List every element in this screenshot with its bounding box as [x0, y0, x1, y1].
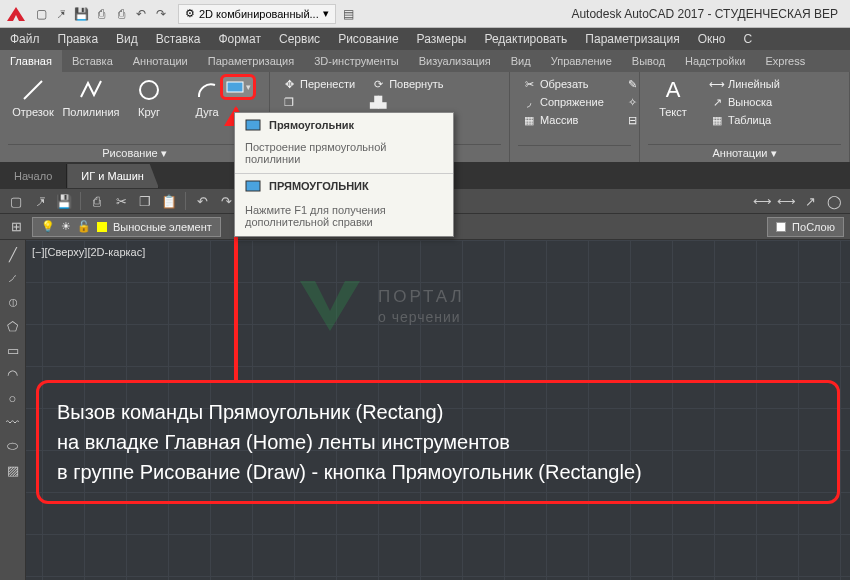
array-icon: ▦ [522, 113, 536, 127]
watermark: ПОРТАЛ о черчении [290, 276, 465, 336]
lt-ellipse-icon[interactable]: ⬭ [3, 436, 23, 456]
layer-props-icon[interactable]: ⊞ [6, 217, 26, 237]
quick-access-toolbar: ▢ ⭷ 💾 ⎙ ⎙ ↶ ↷ [32, 5, 170, 23]
leader-button[interactable]: ↗Выноска [706, 94, 784, 110]
bylayer-dropdown[interactable]: ПоСлою [767, 217, 844, 237]
array-button[interactable]: ▦Массив [518, 112, 608, 128]
layer-dropdown[interactable]: 💡 ☀ 🔓 Выносные элемент [32, 217, 221, 237]
tb-paste-icon[interactable]: 📋 [159, 191, 179, 211]
table-button[interactable]: ▦Таблица [706, 112, 784, 128]
lt-arc-icon[interactable]: ◠ [3, 364, 23, 384]
watermark-line1: ПОРТАЛ [378, 286, 465, 308]
menu-parametric[interactable]: Параметризация [585, 32, 679, 46]
linear-dim-button[interactable]: ⟷Линейный [706, 76, 784, 92]
rectangle-icon [245, 119, 261, 131]
new-icon[interactable]: ▢ [32, 5, 50, 23]
lt-hatch-icon[interactable]: ▨ [3, 460, 23, 480]
tab-annotate[interactable]: Аннотации [123, 50, 198, 72]
lt-pline-icon[interactable]: ⦶ [3, 292, 23, 312]
circle-button[interactable]: Круг [124, 76, 174, 118]
tb-dim1-icon[interactable]: ⟷ [752, 191, 772, 211]
tab-3d[interactable]: 3D-инструменты [304, 50, 409, 72]
copy-button[interactable]: ❐ [278, 94, 359, 110]
doc-tab-start[interactable]: Начало [0, 164, 67, 188]
tb-save-icon[interactable]: 💾 [54, 191, 74, 211]
menu-draw[interactable]: Рисование [338, 32, 398, 46]
tab-visualize[interactable]: Визуализация [409, 50, 501, 72]
viewport-label[interactable]: [−][Сверху][2D-каркас] [32, 246, 145, 258]
tb-cut-icon[interactable]: ✂ [111, 191, 131, 211]
tab-parametric[interactable]: Параметризация [198, 50, 304, 72]
panel-draw-title[interactable]: Рисование ▾ [8, 144, 261, 160]
line-label: Отрезок [12, 106, 53, 118]
rotate-icon: ⟳ [371, 77, 385, 91]
lock-icon: 🔓 [77, 220, 91, 233]
annotation-line3: в группе Рисование (Draw) - кнопка Прямо… [57, 457, 819, 487]
tab-home[interactable]: Главная [0, 50, 62, 72]
menu-view[interactable]: Вид [116, 32, 138, 46]
trim-button[interactable]: ✂Обрезать [518, 76, 608, 92]
title-bar: ▢ ⭷ 💾 ⎙ ⎙ ↶ ↷ ⚙ 2D комбинированный... ▾ … [0, 0, 850, 28]
menu-edit[interactable]: Правка [58, 32, 99, 46]
polyline-button[interactable]: Полилиния [66, 76, 116, 118]
menu-dimension[interactable]: Размеры [417, 32, 467, 46]
svg-point-2 [140, 81, 158, 99]
menu-tools[interactable]: Сервис [279, 32, 320, 46]
move-button[interactable]: ✥Перенести [278, 76, 359, 92]
doc-tab-active[interactable]: ИГ и Машин [67, 164, 159, 188]
circle-label: Круг [138, 106, 160, 118]
undo-icon[interactable]: ↶ [132, 5, 150, 23]
menu-window[interactable]: Окно [698, 32, 726, 46]
tb-open-icon[interactable]: ⭷ [30, 191, 50, 211]
workspace-settings-icon[interactable]: ▤ [340, 5, 358, 23]
mirror-button[interactable]: ▟▙ [367, 94, 447, 110]
tab-manage[interactable]: Управление [541, 50, 622, 72]
tab-view[interactable]: Вид [501, 50, 541, 72]
redo-icon[interactable]: ↷ [152, 5, 170, 23]
tb-print-icon[interactable]: ⎙ [87, 191, 107, 211]
lt-circle-icon[interactable]: ○ [3, 388, 23, 408]
fillet-icon: ◞ [522, 95, 536, 109]
menu-file[interactable]: Файл [10, 32, 40, 46]
tb-dim4-icon[interactable]: ◯ [824, 191, 844, 211]
fillet-button[interactable]: ◞Сопряжение [518, 94, 608, 110]
menu-modify[interactable]: Редактировать [484, 32, 567, 46]
menu-help[interactable]: С [744, 32, 753, 46]
lt-line-icon[interactable]: ╱ [3, 244, 23, 264]
color-swatch [776, 222, 786, 232]
tab-express[interactable]: Express [755, 50, 815, 72]
annotation-callout: Вызов команды Прямоугольник (Rectang) на… [36, 380, 840, 504]
lt-spline-icon[interactable]: 〰 [3, 412, 23, 432]
drawing-canvas[interactable]: ╱ ⟋ ⦶ ⬠ ▭ ◠ ○ 〰 ⬭ ▨ [−][Сверху][2D-карка… [0, 240, 850, 580]
saveas-icon[interactable]: ⎙ [92, 5, 110, 23]
text-label: Текст [659, 106, 687, 118]
menu-insert[interactable]: Вставка [156, 32, 201, 46]
edit-icon: ✎ [626, 77, 640, 91]
open-icon[interactable]: ⭷ [52, 5, 70, 23]
plot-icon[interactable]: ⎙ [112, 5, 130, 23]
rotate-button[interactable]: ⟳Повернуть [367, 76, 447, 92]
tb-new-icon[interactable]: ▢ [6, 191, 26, 211]
lt-poly-icon[interactable]: ⬠ [3, 316, 23, 336]
sun-icon: ☀ [61, 220, 71, 233]
lt-rect-icon[interactable]: ▭ [3, 340, 23, 360]
tb-copy-icon[interactable]: ❐ [135, 191, 155, 211]
tb-dim2-icon[interactable]: ⟷ [776, 191, 796, 211]
line-button[interactable]: Отрезок [8, 76, 58, 118]
tab-output[interactable]: Вывод [622, 50, 675, 72]
text-button[interactable]: A Текст [648, 76, 698, 118]
offset-icon: ⊟ [626, 113, 640, 127]
tb-dim3-icon[interactable]: ↗ [800, 191, 820, 211]
tb-undo-icon[interactable]: ↶ [192, 191, 212, 211]
lightbulb-icon: 💡 [41, 220, 55, 233]
rectangle-button[interactable]: ▾ [220, 74, 256, 100]
panel-annot-title[interactable]: Аннотации ▾ [648, 144, 841, 160]
tab-insert[interactable]: Вставка [62, 50, 123, 72]
polyline-icon [77, 76, 105, 104]
save-icon[interactable]: 💾 [72, 5, 90, 23]
menu-format[interactable]: Формат [218, 32, 261, 46]
mirror-icon: ▟▙ [371, 95, 385, 109]
workspace-dropdown[interactable]: ⚙ 2D комбинированный... ▾ [178, 4, 336, 24]
tab-addins[interactable]: Надстройки [675, 50, 755, 72]
lt-xline-icon[interactable]: ⟋ [3, 268, 23, 288]
